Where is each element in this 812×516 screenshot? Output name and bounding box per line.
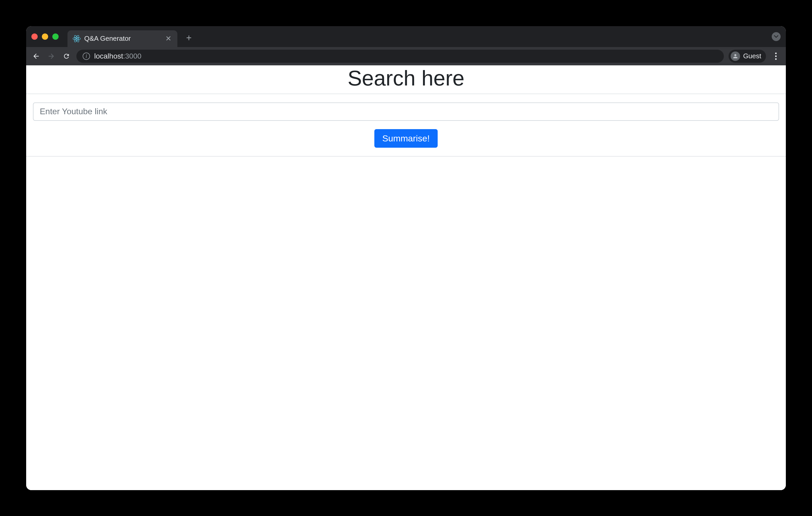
avatar-icon xyxy=(731,52,740,61)
page-title: Search here xyxy=(26,65,786,94)
youtube-link-input[interactable] xyxy=(33,102,779,121)
close-window-button[interactable] xyxy=(31,33,38,40)
tab-title: Q&A Generator xyxy=(84,34,161,42)
maximize-window-button[interactable] xyxy=(52,33,59,40)
new-tab-button[interactable]: + xyxy=(184,33,194,43)
reload-button[interactable] xyxy=(61,51,72,61)
summarise-button[interactable]: Summarise! xyxy=(374,129,437,148)
tab-search-icon[interactable] xyxy=(772,32,781,41)
search-form: Summarise! xyxy=(26,94,786,156)
browser-tab[interactable]: Q&A Generator ✕ xyxy=(67,30,177,47)
window-controls xyxy=(31,33,59,40)
url-port: :3000 xyxy=(123,52,142,60)
divider xyxy=(26,156,786,157)
url-text: localhost:3000 xyxy=(94,52,142,60)
profile-name: Guest xyxy=(743,52,761,60)
browser-window: Q&A Generator ✕ + i localhost:3000 xyxy=(26,26,786,490)
react-logo-icon xyxy=(73,35,81,42)
close-tab-icon[interactable]: ✕ xyxy=(164,35,172,42)
browser-menu-icon[interactable] xyxy=(771,51,781,61)
site-info-icon[interactable]: i xyxy=(83,53,90,60)
tab-bar: Q&A Generator ✕ + xyxy=(26,26,786,47)
browser-toolbar: i localhost:3000 Guest xyxy=(26,47,786,65)
page-content: Search here Summarise! xyxy=(26,65,786,490)
back-button[interactable] xyxy=(31,51,41,61)
url-host: localhost xyxy=(94,52,123,60)
svg-point-0 xyxy=(76,38,77,39)
address-bar[interactable]: i localhost:3000 xyxy=(77,50,724,63)
minimize-window-button[interactable] xyxy=(42,33,48,40)
forward-button[interactable] xyxy=(46,51,57,61)
profile-chip[interactable]: Guest xyxy=(729,50,766,63)
